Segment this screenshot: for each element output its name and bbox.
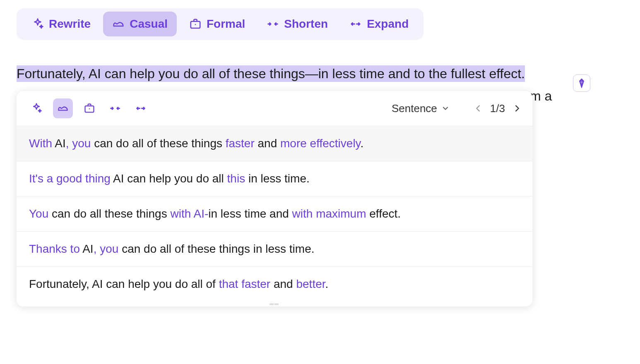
scope-selector[interactable]: Sentence <box>392 102 450 115</box>
panel-casual-button[interactable] <box>53 98 73 118</box>
panel-shorten-button[interactable] <box>106 99 124 117</box>
assistant-float-button[interactable] <box>573 74 590 92</box>
changed-text: more effectively <box>280 137 360 150</box>
shorten-label: Shorten <box>284 17 328 31</box>
unchanged-text: effect. <box>366 207 401 220</box>
unchanged-text: in less time and <box>208 207 292 220</box>
formal-button[interactable]: Formal <box>180 12 254 36</box>
unchanged-text: and <box>255 137 280 150</box>
suggestion-item[interactable]: Fortunately, AI can help you do all of t… <box>17 267 532 302</box>
casual-label: Casual <box>130 17 168 31</box>
trailing-text: m a <box>530 89 552 104</box>
unchanged-text: can do all of these things in less time. <box>118 242 314 255</box>
briefcase-icon <box>189 18 202 30</box>
changed-text: with AI- <box>170 207 208 220</box>
changed-text: faster <box>226 137 255 150</box>
expand-button[interactable]: Expand <box>340 12 418 36</box>
expand-icon <box>349 18 362 30</box>
changed-text: with maximum <box>292 207 366 220</box>
next-page-button[interactable] <box>512 104 522 113</box>
changed-text: this <box>227 172 245 185</box>
changed-text: better <box>296 278 325 290</box>
casual-button[interactable]: Casual <box>103 12 177 36</box>
formal-label: Formal <box>207 17 245 31</box>
sparkle-icon <box>31 18 44 30</box>
suggestion-item[interactable]: It's a good thing AI can help you do all… <box>17 161 532 196</box>
unchanged-text: in less time. <box>245 172 310 185</box>
selected-sentence[interactable]: Fortunately, AI can help you do all of t… <box>17 66 525 81</box>
page-indicator: 1/3 <box>490 102 505 115</box>
changed-text: It's a good thing <box>29 172 111 185</box>
unchanged-text: . <box>361 137 364 150</box>
suggestion-item[interactable]: You can do all these things with AI-in l… <box>17 196 532 232</box>
shoe-icon <box>112 18 125 30</box>
rewrite-label: Rewrite <box>49 17 91 31</box>
suggestion-item[interactable]: With AI, you can do all of these things … <box>17 126 532 161</box>
shorten-button[interactable]: Shorten <box>257 12 337 36</box>
diamond-icon <box>577 78 587 88</box>
panel-rewrite-button[interactable] <box>27 99 46 117</box>
panel-formal-button[interactable] <box>80 99 99 117</box>
unchanged-text: Fortunately, AI can help you do all of <box>29 278 219 290</box>
changed-text: Thanks to <box>29 242 80 255</box>
unchanged-text: AI <box>80 242 94 255</box>
panel-expand-button[interactable] <box>132 99 150 117</box>
unchanged-text: can do all these things <box>48 207 170 220</box>
rewrite-toolbar: Rewrite Casual Formal Shorten Expand <box>17 8 423 40</box>
changed-text: , you <box>94 242 119 255</box>
scope-label: Sentence <box>392 102 437 115</box>
prev-page-button[interactable] <box>474 104 483 113</box>
rewrite-button[interactable]: Rewrite <box>22 12 100 36</box>
unchanged-text: and <box>270 278 296 290</box>
chevron-down-icon <box>441 104 450 113</box>
changed-text: that faster <box>219 278 271 290</box>
unchanged-text: AI can help you do all <box>111 172 227 185</box>
suggestion-item[interactable]: Thanks to AI, you can do all of these th… <box>17 232 532 267</box>
highlighted-text: Fortunately, AI can help you do all of t… <box>17 65 525 82</box>
unchanged-text: can do all of these things <box>91 137 225 150</box>
changed-text: With <box>29 137 52 150</box>
unchanged-text: AI <box>52 137 66 150</box>
pagination: 1/3 <box>474 102 522 115</box>
changed-text: You <box>29 207 48 220</box>
suggestions-panel: Sentence 1/3 With AI, you can do all of … <box>17 91 532 307</box>
changed-text: , you <box>66 137 91 150</box>
shorten-icon <box>267 18 279 30</box>
panel-header: Sentence 1/3 <box>17 91 532 126</box>
resize-handle[interactable]: ══ <box>17 302 532 307</box>
unchanged-text: . <box>325 278 329 290</box>
expand-label: Expand <box>367 17 409 31</box>
